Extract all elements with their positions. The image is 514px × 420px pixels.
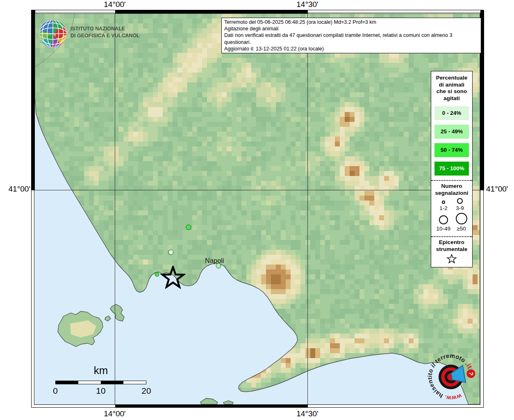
report-count-circle-icon [456, 213, 467, 224]
epicenter-star-icon [160, 266, 186, 289]
ingv-name-line2: DI GEOFISICA E VULCANOLOGIA [71, 33, 140, 39]
scalebar-segment [78, 381, 101, 384]
legend-circle-label: 10-49 [436, 226, 450, 232]
earthquake-info-box: Terremoto del 05-06-2025 06:48:25 (ora l… [221, 18, 481, 53]
report-dot [155, 272, 159, 277]
scalebar-unit-label: km [82, 364, 119, 377]
report-count-circle-icon [442, 201, 445, 204]
report-dot [168, 250, 174, 255]
scalebar-tick-0: 0 [43, 386, 68, 396]
legend-report-circles: 1-23-910-49≥50 [431, 198, 472, 232]
haisentito-map-page: { "info_box": { "lines": [ "Terremoto de… [0, 0, 514, 420]
legend-percent-swatches: 0 - 24%25 - 49%50 - 74%75 - 100% [431, 106, 472, 176]
neatline-segment [115, 404, 308, 408]
ingv-name-line1: ISTITUTO NAZIONALE [71, 26, 125, 32]
scalebar-tick-20: 20 [134, 386, 159, 396]
scalebar-tick-10: 10 [89, 386, 113, 396]
legend-circle-label: 3-9 [456, 205, 464, 211]
info-line-updated: Aggiornato il: 13-12-2025 01:22 (ora loc… [224, 46, 478, 52]
terrain-map-canvas [35, 14, 480, 404]
report-dot [216, 263, 221, 269]
legend-circle-item: 1-2 [439, 199, 448, 211]
legend-circle-row: 1-23-9 [431, 198, 472, 211]
scalebar-segment [101, 381, 123, 384]
info-line-source: Dati non verificati estratti da 47 quest… [224, 32, 478, 45]
legend-circle-label: ≥50 [456, 226, 467, 232]
ingv-globe-icon [39, 20, 67, 48]
scalebar-segment [56, 381, 78, 384]
axis-tick-bottom-lon2: 14°30' [283, 409, 332, 418]
report-count-circle-icon [439, 215, 448, 224]
map-viewport: Napoli km 0 10 20 [35, 14, 480, 404]
axis-tick-bottom-lon1: 14°00' [90, 409, 139, 418]
logo-text-it: .it [464, 361, 473, 370]
legend-circle-row: 10-49≥50 [431, 213, 472, 232]
scalebar-bar [55, 381, 146, 384]
legend-epicenter-title: Epicentro strumentale [431, 239, 472, 253]
report-dot [186, 225, 191, 230]
scalebar-segment [123, 381, 146, 384]
legend-swatch: 75 - 100% [434, 162, 469, 176]
legend-circle-item: 10-49 [436, 215, 450, 232]
logo-text-terremoto: terremoto [434, 352, 467, 364]
legend-panel: Percentuale di animali che si sono agita… [431, 71, 473, 267]
legend-swatch: 50 - 74% [434, 143, 469, 157]
logo-text-il: il [430, 361, 437, 368]
axis-tick-top-lon2: 14°30' [283, 0, 332, 9]
axis-tick-left-lat: 41°00' [1, 185, 30, 194]
legend-circle-item: 3-9 [456, 198, 464, 211]
info-line-event: Terremoto del 05-06-2025 06:48:25 (ora l… [224, 19, 478, 25]
legend-circle-label: 1-2 [439, 205, 448, 211]
legend-reports-title: Numero segnalazioni [431, 183, 472, 196]
axis-tick-top-lon1: 14°00' [90, 0, 139, 9]
haisentitoilterremoto-logo: www. haisentito il terremoto .it ? [420, 346, 482, 408]
ingv-logo: ISTITUTO NAZIONALE DI GEOFISICA E VULCAN… [38, 18, 140, 49]
info-line-type: Agitazione degli animali [224, 25, 478, 32]
legend-swatch: 0 - 24% [434, 106, 469, 120]
axis-tick-right-lat: 41°00' [486, 185, 514, 194]
legend-epicenter-star-icon [446, 254, 457, 264]
report-count-circle-icon [457, 198, 463, 204]
logo-text-www: www. [443, 393, 463, 402]
legend-reports-section: Numero segnalazioni 1-23-910-49≥50 [431, 180, 472, 232]
legend-percent-title: Percentuale di animali che si sono agita… [431, 75, 472, 102]
legend-swatch: 25 - 49% [434, 125, 469, 139]
legend-circle-item: ≥50 [456, 213, 467, 232]
legend-epicenter-section: Epicentro strumentale [431, 236, 472, 264]
